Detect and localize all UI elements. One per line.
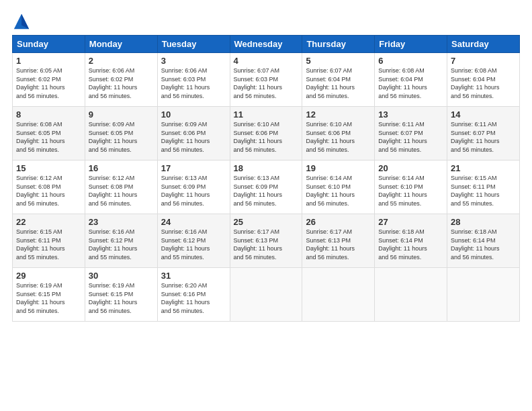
calendar-cell: 9Sunrise: 6:09 AM Sunset: 6:05 PM Daylig… bbox=[85, 107, 157, 161]
day-number: 14 bbox=[451, 109, 516, 120]
day-info: Sunrise: 6:07 AM Sunset: 6:03 PM Dayligh… bbox=[234, 66, 299, 100]
day-number: 2 bbox=[89, 56, 154, 66]
calendar-cell: 7Sunrise: 6:08 AM Sunset: 6:04 PM Daylig… bbox=[447, 53, 520, 107]
day-info: Sunrise: 6:17 AM Sunset: 6:13 PM Dayligh… bbox=[306, 228, 371, 261]
calendar-cell: 22Sunrise: 6:15 AM Sunset: 6:11 PM Dayli… bbox=[13, 214, 85, 268]
day-number: 12 bbox=[306, 109, 371, 120]
day-number: 9 bbox=[89, 109, 154, 120]
day-info: Sunrise: 6:08 AM Sunset: 6:04 PM Dayligh… bbox=[451, 66, 516, 100]
day-info: Sunrise: 6:19 AM Sunset: 6:15 PM Dayligh… bbox=[16, 281, 81, 315]
weekday-header-saturday: Saturday bbox=[447, 36, 520, 53]
day-number: 20 bbox=[378, 163, 443, 173]
day-number: 11 bbox=[234, 109, 299, 120]
calendar-cell: 24Sunrise: 6:16 AM Sunset: 6:12 PM Dayli… bbox=[157, 214, 230, 268]
calendar-table: SundayMondayTuesdayWednesdayThursdayFrid… bbox=[12, 35, 520, 322]
day-number: 26 bbox=[306, 217, 371, 227]
day-info: Sunrise: 6:14 AM Sunset: 6:10 PM Dayligh… bbox=[378, 174, 443, 208]
day-number: 4 bbox=[234, 56, 299, 66]
day-info: Sunrise: 6:05 AM Sunset: 6:02 PM Dayligh… bbox=[16, 66, 81, 100]
day-info: Sunrise: 6:17 AM Sunset: 6:13 PM Dayligh… bbox=[234, 228, 299, 261]
day-number: 24 bbox=[161, 217, 226, 227]
day-info: Sunrise: 6:16 AM Sunset: 6:12 PM Dayligh… bbox=[161, 228, 226, 261]
day-info: Sunrise: 6:08 AM Sunset: 6:05 PM Dayligh… bbox=[16, 120, 81, 154]
logo bbox=[12, 12, 34, 31]
day-number: 22 bbox=[16, 217, 81, 227]
day-info: Sunrise: 6:09 AM Sunset: 6:05 PM Dayligh… bbox=[89, 120, 154, 154]
calendar-cell: 15Sunrise: 6:12 AM Sunset: 6:08 PM Dayli… bbox=[13, 161, 85, 214]
day-number: 6 bbox=[378, 56, 443, 66]
day-info: Sunrise: 6:14 AM Sunset: 6:10 PM Dayligh… bbox=[306, 174, 371, 208]
calendar-cell: 29Sunrise: 6:19 AM Sunset: 6:15 PM Dayli… bbox=[13, 268, 85, 322]
day-info: Sunrise: 6:18 AM Sunset: 6:14 PM Dayligh… bbox=[378, 228, 443, 261]
calendar-cell: 11Sunrise: 6:10 AM Sunset: 6:06 PM Dayli… bbox=[230, 107, 302, 161]
day-info: Sunrise: 6:11 AM Sunset: 6:07 PM Dayligh… bbox=[451, 120, 516, 154]
weekday-header-sunday: Sunday bbox=[13, 36, 85, 53]
day-number: 15 bbox=[16, 163, 81, 173]
day-number: 19 bbox=[306, 163, 371, 173]
calendar-cell: 27Sunrise: 6:18 AM Sunset: 6:14 PM Dayli… bbox=[375, 214, 447, 268]
day-number: 29 bbox=[16, 271, 81, 281]
week-row-4: 22Sunrise: 6:15 AM Sunset: 6:11 PM Dayli… bbox=[13, 214, 520, 268]
day-number: 31 bbox=[161, 271, 226, 281]
calendar-cell: 14Sunrise: 6:11 AM Sunset: 6:07 PM Dayli… bbox=[447, 107, 520, 161]
day-info: Sunrise: 6:07 AM Sunset: 6:04 PM Dayligh… bbox=[306, 66, 371, 100]
header bbox=[12, 12, 520, 31]
calendar-cell: 8Sunrise: 6:08 AM Sunset: 6:05 PM Daylig… bbox=[13, 107, 85, 161]
day-number: 3 bbox=[161, 56, 226, 66]
day-info: Sunrise: 6:15 AM Sunset: 6:11 PM Dayligh… bbox=[16, 228, 81, 261]
calendar-cell: 3Sunrise: 6:06 AM Sunset: 6:03 PM Daylig… bbox=[157, 53, 230, 107]
calendar-cell: 23Sunrise: 6:16 AM Sunset: 6:12 PM Dayli… bbox=[85, 214, 157, 268]
calendar-cell: 1Sunrise: 6:05 AM Sunset: 6:02 PM Daylig… bbox=[13, 53, 85, 107]
day-info: Sunrise: 6:20 AM Sunset: 6:16 PM Dayligh… bbox=[161, 281, 226, 315]
day-info: Sunrise: 6:15 AM Sunset: 6:11 PM Dayligh… bbox=[451, 174, 516, 208]
logo-icon bbox=[12, 12, 31, 31]
day-info: Sunrise: 6:11 AM Sunset: 6:07 PM Dayligh… bbox=[378, 120, 443, 154]
day-info: Sunrise: 6:16 AM Sunset: 6:12 PM Dayligh… bbox=[89, 228, 154, 261]
calendar-cell: 20Sunrise: 6:14 AM Sunset: 6:10 PM Dayli… bbox=[375, 161, 447, 214]
weekday-header-thursday: Thursday bbox=[302, 36, 375, 53]
day-number: 8 bbox=[16, 109, 81, 120]
day-info: Sunrise: 6:10 AM Sunset: 6:06 PM Dayligh… bbox=[234, 120, 299, 154]
calendar-cell: 2Sunrise: 6:06 AM Sunset: 6:02 PM Daylig… bbox=[85, 53, 157, 107]
weekday-header-tuesday: Tuesday bbox=[157, 36, 230, 53]
day-number: 27 bbox=[378, 217, 443, 227]
calendar-cell: 6Sunrise: 6:08 AM Sunset: 6:04 PM Daylig… bbox=[375, 53, 447, 107]
calendar-cell: 16Sunrise: 6:12 AM Sunset: 6:08 PM Dayli… bbox=[85, 161, 157, 214]
day-info: Sunrise: 6:08 AM Sunset: 6:04 PM Dayligh… bbox=[378, 66, 443, 100]
calendar-cell bbox=[447, 268, 520, 322]
day-info: Sunrise: 6:10 AM Sunset: 6:06 PM Dayligh… bbox=[306, 120, 371, 154]
calendar-cell: 21Sunrise: 6:15 AM Sunset: 6:11 PM Dayli… bbox=[447, 161, 520, 214]
calendar-cell: 30Sunrise: 6:19 AM Sunset: 6:15 PM Dayli… bbox=[85, 268, 157, 322]
day-number: 30 bbox=[89, 271, 154, 281]
day-number: 10 bbox=[161, 109, 226, 120]
calendar-cell: 18Sunrise: 6:13 AM Sunset: 6:09 PM Dayli… bbox=[230, 161, 302, 214]
weekday-header-row: SundayMondayTuesdayWednesdayThursdayFrid… bbox=[13, 36, 520, 53]
day-info: Sunrise: 6:18 AM Sunset: 6:14 PM Dayligh… bbox=[451, 228, 516, 261]
weekday-header-friday: Friday bbox=[375, 36, 447, 53]
day-number: 21 bbox=[451, 163, 516, 173]
week-row-2: 8Sunrise: 6:08 AM Sunset: 6:05 PM Daylig… bbox=[13, 107, 520, 161]
page-container: SundayMondayTuesdayWednesdayThursdayFrid… bbox=[0, 0, 532, 328]
day-number: 23 bbox=[89, 217, 154, 227]
calendar-cell bbox=[375, 268, 447, 322]
calendar-cell: 12Sunrise: 6:10 AM Sunset: 6:06 PM Dayli… bbox=[302, 107, 375, 161]
day-number: 5 bbox=[306, 56, 371, 66]
day-info: Sunrise: 6:12 AM Sunset: 6:08 PM Dayligh… bbox=[89, 174, 154, 208]
calendar-cell: 13Sunrise: 6:11 AM Sunset: 6:07 PM Dayli… bbox=[375, 107, 447, 161]
calendar-cell bbox=[230, 268, 302, 322]
day-info: Sunrise: 6:06 AM Sunset: 6:03 PM Dayligh… bbox=[161, 66, 226, 100]
day-info: Sunrise: 6:09 AM Sunset: 6:06 PM Dayligh… bbox=[161, 120, 226, 154]
calendar-cell bbox=[302, 268, 375, 322]
calendar-cell: 10Sunrise: 6:09 AM Sunset: 6:06 PM Dayli… bbox=[157, 107, 230, 161]
calendar-cell: 4Sunrise: 6:07 AM Sunset: 6:03 PM Daylig… bbox=[230, 53, 302, 107]
weekday-header-monday: Monday bbox=[85, 36, 157, 53]
day-number: 25 bbox=[234, 217, 299, 227]
day-info: Sunrise: 6:12 AM Sunset: 6:08 PM Dayligh… bbox=[16, 174, 81, 208]
day-info: Sunrise: 6:06 AM Sunset: 6:02 PM Dayligh… bbox=[89, 66, 154, 100]
calendar-cell: 31Sunrise: 6:20 AM Sunset: 6:16 PM Dayli… bbox=[157, 268, 230, 322]
day-number: 7 bbox=[451, 56, 516, 66]
day-number: 16 bbox=[89, 163, 154, 173]
calendar-cell: 26Sunrise: 6:17 AM Sunset: 6:13 PM Dayli… bbox=[302, 214, 375, 268]
week-row-1: 1Sunrise: 6:05 AM Sunset: 6:02 PM Daylig… bbox=[13, 53, 520, 107]
day-number: 1 bbox=[16, 56, 81, 66]
